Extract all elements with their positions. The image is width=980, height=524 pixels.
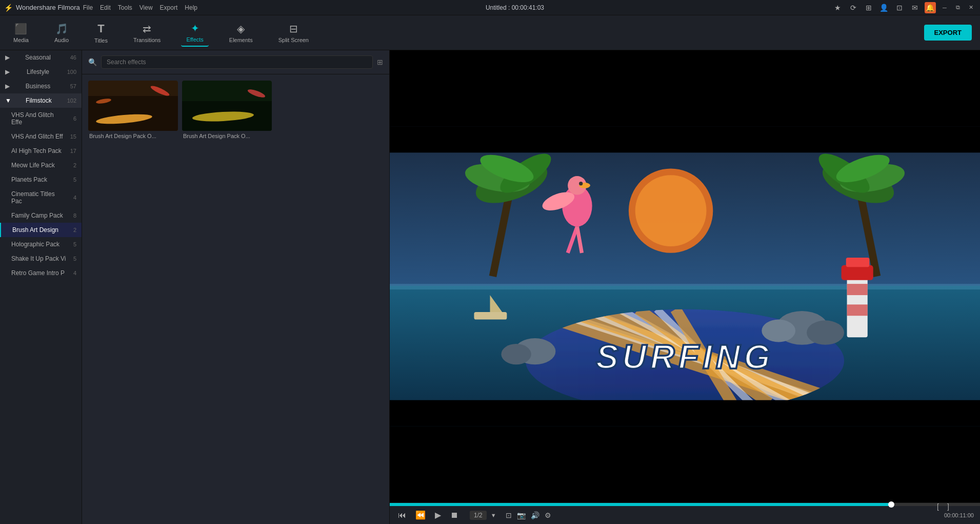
main-toolbar: ⬛ Media 🎵 Audio T Titles ⇄ Transitions ✦… [0,15,980,50]
icon-user[interactable]: 👤 [878,2,890,13]
icon-sync[interactable]: ⟳ [848,2,859,13]
settings-icon[interactable]: ⚙ [545,511,551,519]
win-close[interactable]: ✕ [967,3,976,12]
category-lifestyle-count: 100 [66,69,76,75]
menu-tools[interactable]: Tools [118,4,132,11]
category-ai-high-tech-count: 17 [66,148,76,154]
volume-icon[interactable]: 🔊 [531,511,539,519]
icon-gift[interactable]: ⊞ [863,2,874,13]
category-retro-game[interactable]: Retro Game Intro P 4 [0,266,82,280]
export-button[interactable]: EXPORT [924,25,972,41]
category-shake-it-up[interactable]: Shake It Up Pack Vi 5 [0,251,82,266]
effect-item-brush1[interactable]: Brush Art Design Pack O... [88,81,178,518]
svg-text:SURFING: SURFING [596,338,774,376]
category-business[interactable]: ▶ Business 57 [0,79,82,93]
svg-rect-47 [847,284,868,295]
category-family-camp-count: 8 [66,212,76,219]
audio-icon: 🎵 [55,23,68,35]
effect-item-brush2[interactable]: Brush Art Design Pack O... [182,81,272,518]
toolbar-titles-label: Titles [94,37,108,44]
menu-file[interactable]: File [83,4,93,11]
play-prev-button[interactable]: ⏪ [413,509,428,521]
split-screen-icon: ⊟ [289,23,298,35]
app-logo: ⚡ [4,4,13,12]
transitions-icon: ⇄ [143,23,151,35]
titles-icon: T [97,22,104,35]
category-seasonal[interactable]: ▶ Seasonal 46 [0,50,82,65]
menu-export[interactable]: Export [160,4,178,11]
effects-categories-panel: ▶ Seasonal 46 ▶ Lifestyle 100 ▶ Business… [0,50,82,524]
svg-rect-46 [846,258,870,267]
toolbar-titles[interactable]: T Titles [89,19,113,47]
toolbar-effects[interactable]: ✦ Effects [181,19,208,47]
media-icon: ⬛ [14,23,27,35]
category-brush-art[interactable]: Brush Art Design 2 [0,223,82,237]
category-holographic-label: Holographic Pack [11,241,59,248]
play-button[interactable]: ▶ [433,509,443,521]
category-family-camp[interactable]: Family Camp Pack 8 [0,208,82,223]
svg-point-53 [501,344,531,364]
category-family-camp-label: Family Camp Pack [11,212,63,219]
toolbar-transitions[interactable]: ⇄ Transitions [128,20,166,46]
snapshot-icon[interactable]: 📷 [517,511,526,519]
category-meow-life[interactable]: Meow Life Pack 2 [0,158,82,172]
toolbar-elements[interactable]: ◈ Elements [224,20,258,46]
progress-bar[interactable]: [ ] [390,503,980,506]
category-lifestyle-arrow: ▶ [5,68,10,75]
category-lifestyle-label: Lifestyle [27,68,49,75]
bracket-left-icon: [ [937,502,939,511]
category-seasonal-arrow: ▶ [5,54,10,61]
category-holographic[interactable]: Holographic Pack 5 [0,237,82,251]
effect-thumbnail-brush1 [88,81,178,131]
toolbar-media[interactable]: ⬛ Media [8,20,34,46]
stop-button[interactable]: ⏹ [448,510,461,521]
icon-email[interactable]: ✉ [909,2,921,13]
menu-help[interactable]: Help [185,4,197,11]
icon-upgrade[interactable]: ⊡ [894,2,905,13]
category-cinematic-titles-label: Cinematic Titles Pac [11,190,66,205]
svg-point-30 [579,182,583,185]
category-shake-it-up-label: Shake It Up Pack Vi [11,255,66,262]
page-dropdown-icon[interactable]: ▼ [491,512,496,518]
surfing-preview-svg: SURFING [390,50,980,502]
effects-grid: Brush Art Design Pack O... Brush Art Des… [82,74,389,524]
category-seasonal-count: 46 [66,54,76,61]
menu-view[interactable]: View [139,4,153,11]
toolbar-audio[interactable]: 🎵 Audio [49,20,74,46]
category-vhs-glitch-2-count: 15 [66,133,76,140]
brush-art-svg-2 [182,81,272,131]
fullscreen-icon[interactable]: ⊡ [506,511,512,519]
category-lifestyle[interactable]: ▶ Lifestyle 100 [0,65,82,79]
preview-panel: SURFING [390,50,980,524]
effects-icon: ✦ [191,22,199,34]
category-retro-game-count: 4 [66,270,76,276]
category-retro-game-label: Retro Game Intro P [11,269,65,277]
category-cinematic-titles-count: 4 [66,195,76,201]
category-vhs-glitch-1[interactable]: VHS And Glitch Effe 6 [0,108,82,129]
svg-rect-54 [474,312,507,320]
category-holographic-count: 5 [66,241,76,247]
category-planets-count: 5 [66,177,76,183]
search-input[interactable] [101,55,373,69]
category-filmstock[interactable]: ▼ Filmstock 102 [0,93,82,108]
category-ai-high-tech-label: AI High Tech Pack [11,147,62,154]
category-planets[interactable]: Planets Pack 5 [0,172,82,187]
toolbar-split-screen[interactable]: ⊟ Split Screen [273,20,314,46]
search-icon: 🔍 [88,58,97,66]
effect-label-brush1: Brush Art Design Pack O... [88,131,178,141]
icon-notification[interactable]: 🔔 [925,2,936,13]
category-meow-life-label: Meow Life Pack [11,162,55,169]
svg-point-13 [635,175,707,246]
category-ai-high-tech[interactable]: AI High Tech Pack 17 [0,144,82,158]
category-brush-art-label: Brush Art Design [12,226,58,234]
menu-edit[interactable]: Edit [100,4,111,11]
rewind-button[interactable]: ⏮ [396,510,408,521]
category-vhs-glitch-1-label: VHS And Glitch Effe [11,111,66,126]
grid-view-icon[interactable]: ⊞ [377,58,383,66]
category-cinematic-titles[interactable]: Cinematic Titles Pac 4 [0,187,82,208]
category-vhs-glitch-2[interactable]: VHS And Glitch Eff 15 [0,129,82,144]
icon-star[interactable]: ★ [832,2,844,13]
win-minimize[interactable]: ─ [940,3,949,12]
toolbar-effects-label: Effects [186,36,203,43]
win-restore[interactable]: ⧉ [953,3,963,12]
